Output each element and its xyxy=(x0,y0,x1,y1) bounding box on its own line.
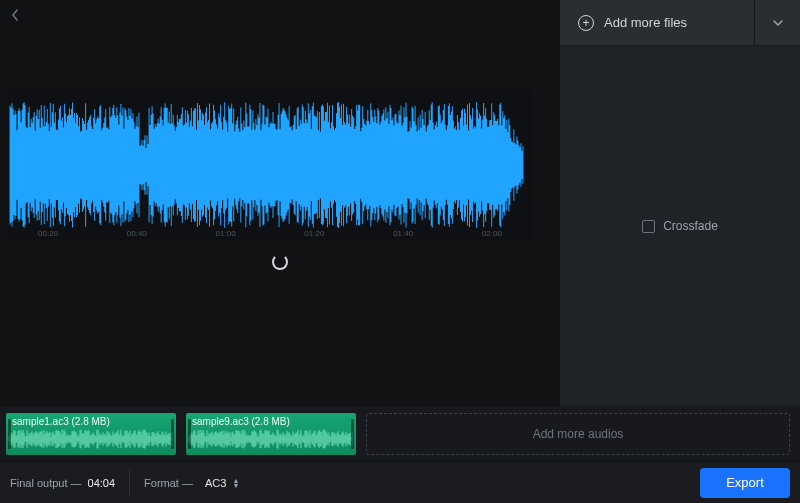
time-tick: 00:20 xyxy=(38,229,58,238)
side-panel-body: Crossfade xyxy=(560,46,800,406)
clip-label: sample1.ac3 (2.8 MB) xyxy=(12,416,110,427)
format-value: AC3 xyxy=(205,477,226,489)
checkbox-icon xyxy=(642,220,655,233)
side-panel-header: + Add more files xyxy=(560,0,800,46)
time-tick: 01:40 xyxy=(393,229,413,238)
clip-trim-handle-left[interactable] xyxy=(8,419,11,449)
footer-bar: Final output — 04:04 Format — AC3 ▲▼ Exp… xyxy=(0,461,800,503)
clip-trim-handle-right[interactable] xyxy=(351,419,354,449)
loading-indicator xyxy=(0,240,560,270)
app-root: 00:20 00:40 01:00 01:20 01:40 02:00 + Ad… xyxy=(0,0,800,503)
main-area: 00:20 00:40 01:00 01:20 01:40 02:00 + Ad… xyxy=(0,0,800,406)
add-more-files-button[interactable]: + Add more files xyxy=(560,0,754,45)
chevron-down-icon xyxy=(772,19,784,27)
audio-clip[interactable]: sample1.ac3 (2.8 MB) xyxy=(6,413,176,455)
add-more-files-label: Add more files xyxy=(604,15,687,30)
time-tick: 02:00 xyxy=(482,229,502,238)
clip-trim-handle-left[interactable] xyxy=(188,419,191,449)
stepper-icon: ▲▼ xyxy=(232,478,239,488)
crossfade-label: Crossfade xyxy=(663,219,718,233)
panel-collapse-toggle[interactable] xyxy=(754,0,800,45)
export-button[interactable]: Export xyxy=(700,468,790,498)
time-tick: 00:40 xyxy=(127,229,147,238)
final-output-duration: 04:04 xyxy=(88,477,116,489)
time-tick: 01:00 xyxy=(216,229,236,238)
divider xyxy=(129,469,130,497)
format-select[interactable]: AC3 ▲▼ xyxy=(199,477,239,489)
audio-clip[interactable]: sample9.ac3 (2.8 MB) xyxy=(186,413,356,455)
back-button[interactable] xyxy=(6,6,24,24)
main-waveform[interactable]: 00:20 00:40 01:00 01:20 01:40 02:00 xyxy=(8,90,532,240)
waveform-graphic xyxy=(8,90,532,240)
dropzone-label: Add more audios xyxy=(533,427,624,441)
spinner-icon xyxy=(272,254,288,270)
editor-panel: 00:20 00:40 01:00 01:20 01:40 02:00 xyxy=(0,0,560,406)
clip-trim-handle-right[interactable] xyxy=(171,419,174,449)
final-output-label: Final output — xyxy=(10,477,82,489)
crossfade-toggle[interactable]: Crossfade xyxy=(642,219,718,233)
add-more-audios-dropzone[interactable]: Add more audios xyxy=(366,413,790,455)
format-label: Format — xyxy=(144,477,193,489)
time-ruler: 00:20 00:40 01:00 01:20 01:40 02:00 xyxy=(8,229,532,238)
chevron-left-icon xyxy=(10,8,20,22)
side-panel: + Add more files Crossfade xyxy=(560,0,800,406)
time-tick: 01:20 xyxy=(304,229,324,238)
timeline-tracks: sample1.ac3 (2.8 MB) sample9.ac3 (2.8 MB… xyxy=(0,406,800,461)
clip-label: sample9.ac3 (2.8 MB) xyxy=(192,416,290,427)
plus-circle-icon: + xyxy=(578,15,594,31)
